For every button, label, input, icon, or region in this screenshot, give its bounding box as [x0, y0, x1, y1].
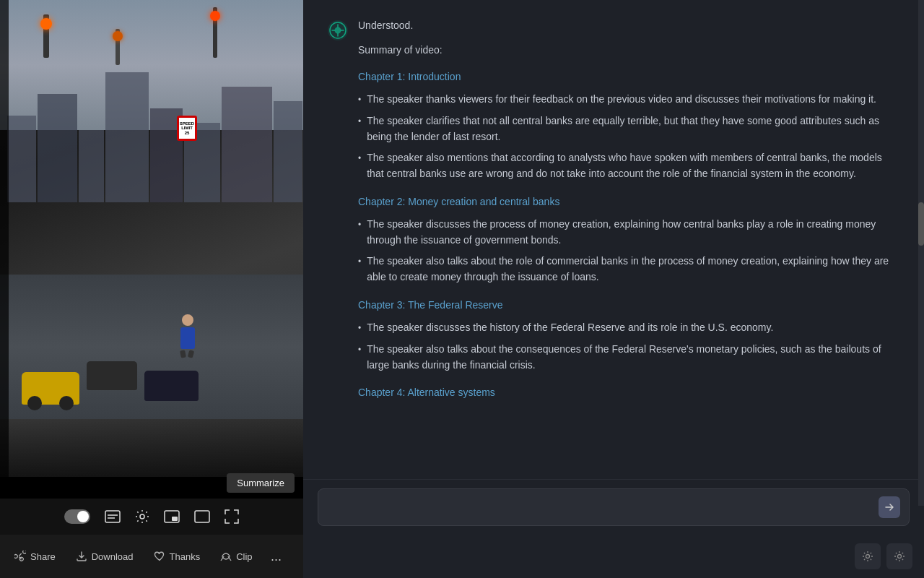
ai-text-block: Understood. Summary of video: Chapter 1:…	[358, 17, 901, 401]
clip-label: Clip	[236, 551, 252, 562]
ai-bottom-icons	[303, 538, 924, 578]
ai-send-button[interactable]	[879, 496, 900, 518]
traffic-light-1	[43, 14, 49, 58]
ai-header: Understood. Summary of video: Chapter 1:…	[326, 17, 901, 401]
chapter-3-bullets: • The speaker discusses the history of t…	[358, 320, 901, 373]
traffic-light-3	[213, 7, 217, 58]
list-item: • The speaker discusses the history of t…	[358, 320, 901, 336]
svg-rect-5	[172, 517, 178, 521]
scroll-thumb[interactable]	[918, 202, 924, 246]
theater-btn[interactable]	[194, 510, 210, 523]
video-frame: SPEED LIMIT 25	[0, 0, 303, 477]
fullscreen-btn[interactable]	[225, 509, 239, 524]
list-item: • The speaker also mentions that accordi…	[358, 150, 901, 181]
video-panel: SPEED LIMIT 25	[0, 0, 303, 578]
bullet-text: The speaker discusses the process of mon…	[367, 217, 901, 248]
list-item: • The speaker discusses the process of m…	[358, 217, 901, 248]
summary-label: Summary of video:	[358, 42, 901, 58]
ai-text-input[interactable]	[327, 501, 873, 513]
speed-sign-text: SPEED LIMIT 25	[180, 121, 194, 136]
ai-settings-btn-2[interactable]	[886, 543, 912, 569]
ai-settings-btn-1[interactable]	[855, 543, 881, 569]
bottom-toolbar: Share Download Thanks Clip ...	[0, 535, 303, 578]
download-button[interactable]: Download	[67, 545, 142, 567]
more-button[interactable]: ...	[264, 544, 289, 569]
chapter-1-title: Chapter 1: Introduction	[358, 69, 901, 85]
miniplayer-btn[interactable]	[164, 510, 180, 523]
bullet-text: The speaker also talks about the consequ…	[367, 342, 901, 373]
ai-content-area: Understood. Summary of video: Chapter 1:…	[303, 0, 924, 479]
subtitles-btn[interactable]	[105, 510, 121, 523]
bullet-text: The speaker discusses the history of the…	[367, 320, 773, 336]
ai-input-area	[303, 479, 924, 538]
clip-button[interactable]: Clip	[212, 545, 261, 567]
chapter-1-bullets: • The speaker thanks viewers for their f…	[358, 92, 901, 181]
speed-limit-sign: SPEED LIMIT 25	[177, 116, 197, 141]
settings-btn[interactable]	[135, 509, 149, 524]
list-item: • The speaker thanks viewers for their f…	[358, 92, 901, 108]
video-controls-bar	[0, 499, 303, 535]
list-item: • The speaker clarifies that not all cen…	[358, 113, 901, 144]
car-dark-1	[87, 361, 137, 390]
understood-text: Understood.	[358, 17, 901, 33]
ai-logo-icon	[326, 19, 349, 42]
chapter-2-title: Chapter 2: Money creation and central ba…	[358, 194, 901, 210]
car-yellow	[22, 372, 79, 405]
svg-line-7	[19, 553, 21, 556]
bullet-text: The speaker also mentions that according…	[367, 150, 901, 181]
share-button[interactable]: Share	[6, 545, 64, 567]
share-label: Share	[30, 551, 56, 562]
svg-rect-0	[105, 511, 120, 522]
svg-point-12	[898, 555, 902, 558]
summarize-button[interactable]: Summarize	[227, 473, 295, 493]
svg-rect-6	[195, 511, 209, 522]
pedestrian	[180, 314, 195, 354]
svg-point-3	[140, 514, 144, 519]
download-label: Download	[92, 551, 134, 562]
scrollbar[interactable]	[918, 0, 924, 506]
bullet-text: The speaker thanks viewers for their fee…	[367, 92, 876, 108]
chapter-2-bullets: • The speaker discusses the process of m…	[358, 217, 901, 285]
chapter-3-title: Chapter 3: The Federal Reserve	[358, 297, 901, 313]
bullet-text: The speaker also talks about the role of…	[367, 254, 901, 285]
list-item: • The speaker also talks about the role …	[358, 254, 901, 285]
video-gradient	[0, 419, 303, 477]
traffic-light-2	[116, 29, 120, 65]
thanks-label: Thanks	[170, 551, 201, 562]
ai-input-box	[318, 488, 910, 526]
video-toggle[interactable]	[64, 509, 90, 524]
bullet-text: The speaker clarifies that not all centr…	[367, 113, 901, 144]
car-dark-2	[144, 371, 199, 401]
ai-panel: Understood. Summary of video: Chapter 1:…	[303, 0, 924, 578]
chapter-4-title: Chapter 4: Alternative systems	[358, 384, 901, 400]
thanks-button[interactable]: Thanks	[145, 545, 209, 567]
list-item: • The speaker also talks about the conse…	[358, 342, 901, 373]
left-edge	[0, 0, 9, 477]
svg-point-11	[866, 555, 870, 558]
